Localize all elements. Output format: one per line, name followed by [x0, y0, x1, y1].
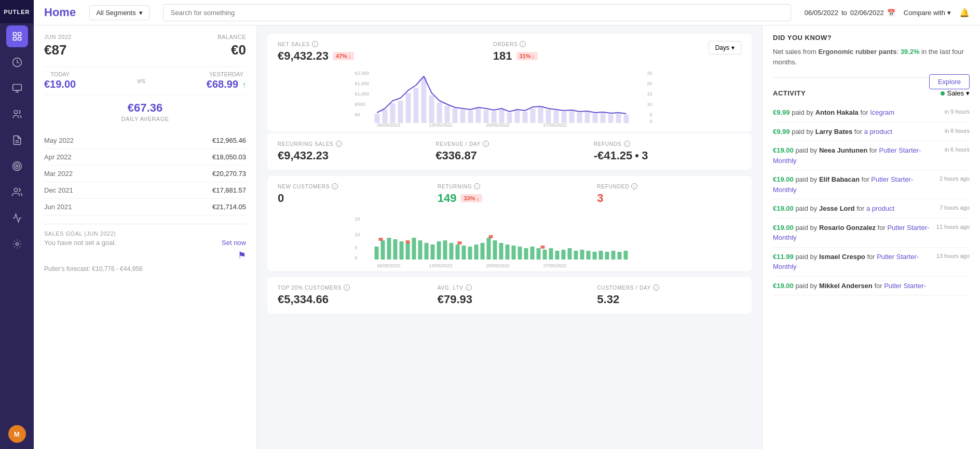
refunded-block: REFUNDED i 3	[597, 183, 741, 205]
svg-rect-86	[499, 243, 503, 260]
explore-button[interactable]: Explore	[929, 74, 970, 89]
svg-rect-25	[375, 114, 380, 123]
activity-time: in 9 hours	[945, 107, 970, 116]
svg-text:15: 15	[355, 216, 360, 222]
svg-rect-108	[406, 240, 410, 243]
set-now-link[interactable]: Set now	[222, 239, 246, 247]
info-icon[interactable]: i	[483, 141, 489, 147]
info-icon[interactable]: i	[344, 284, 350, 291]
sidebar-item-home[interactable]	[6, 25, 28, 47]
svg-rect-99	[580, 250, 584, 260]
product-link[interactable]: a product	[866, 205, 894, 212]
sidebar-item-reports[interactable]	[6, 129, 28, 151]
svg-text:27/05/2022: 27/05/2022	[543, 263, 567, 268]
date-range[interactable]: 06/05/2022 to 02/06/2022 📅	[805, 9, 895, 17]
svg-rect-84	[487, 238, 491, 260]
svg-rect-50	[569, 111, 575, 123]
info-icon[interactable]: i	[474, 183, 480, 189]
svg-text:0: 0	[649, 119, 652, 124]
vs-separator: v/s	[137, 77, 145, 85]
info-icon[interactable]: i	[312, 41, 318, 47]
info-icon[interactable]: i	[332, 183, 338, 189]
svg-rect-70	[400, 241, 404, 260]
compare-with-dropdown[interactable]: Compare with ▾	[904, 9, 951, 17]
history-month: May 2022	[44, 137, 74, 144]
orders-value: 181 31%↓	[493, 49, 693, 63]
svg-rect-71	[406, 243, 410, 260]
person-name: Mikkel Andersen	[819, 282, 873, 290]
activity-amount: €19.00	[773, 205, 794, 212]
history-month: Mar 2022	[44, 170, 73, 178]
app-logo: PUTLER	[0, 0, 34, 23]
svg-point-6	[14, 111, 18, 114]
right-panel: DID YOU KNOW? Net sales from Ergonomic r…	[762, 25, 980, 449]
list-item: €19.00 paid by Mikkel Andersen for Putle…	[773, 277, 970, 296]
activity-time: 2 hours ago	[940, 174, 970, 183]
sales-goal-text: You have not set a goal.	[44, 239, 116, 247]
segments-dropdown[interactable]: All Segments ▾	[89, 5, 149, 20]
svg-rect-38	[476, 108, 481, 123]
info-icon[interactable]: i	[631, 183, 637, 189]
svg-rect-76	[437, 241, 441, 260]
returning-label: RETURNING i	[438, 183, 582, 189]
info-icon[interactable]: i	[466, 284, 472, 291]
info-icon[interactable]: i	[653, 284, 659, 291]
sidebar-item-settings[interactable]	[6, 233, 28, 255]
svg-rect-0	[13, 33, 16, 36]
sidebar-item-affiliates[interactable]	[6, 181, 28, 203]
sidebar-item-products[interactable]	[6, 77, 28, 99]
revenue-day-value: €336.87	[435, 149, 583, 162]
sales-goal-title: SALES GOAL (JUN 2022)	[44, 230, 116, 237]
days-label: Days	[715, 44, 729, 51]
sales-filter-label: Sales	[947, 89, 964, 97]
flag-icon[interactable]: ⚑	[238, 250, 246, 261]
info-icon[interactable]: i	[624, 141, 630, 147]
sidebar-item-goals[interactable]	[6, 155, 28, 177]
sales-filter[interactable]: Sales ▾	[941, 89, 970, 97]
avatar[interactable]: M	[8, 425, 26, 443]
svg-point-9	[12, 162, 21, 171]
search-input[interactable]	[163, 4, 791, 21]
svg-rect-81	[468, 247, 472, 260]
returning-value: 149 33%↓	[438, 192, 582, 205]
left-header: JUN 2022 BALANCE	[44, 34, 246, 40]
svg-rect-1	[18, 33, 21, 36]
info-icon[interactable]: i	[336, 141, 342, 147]
product-link[interactable]: a product	[864, 128, 892, 135]
svg-rect-93	[543, 250, 547, 260]
svg-point-10	[15, 164, 20, 169]
date-from: 06/05/2022	[805, 9, 838, 17]
chevron-down-icon: ▾	[139, 9, 143, 17]
svg-rect-111	[541, 246, 545, 249]
bell-icon[interactable]: 🔔	[959, 8, 970, 18]
svg-text:€2,000: €2,000	[355, 71, 370, 76]
svg-rect-2	[13, 37, 16, 40]
list-item: €19.00 paid by Neea Juntunen for Putler …	[773, 141, 970, 170]
daily-avg-label: DAILY AVERAGE	[44, 116, 246, 122]
svg-point-12	[14, 188, 18, 192]
svg-text:€0: €0	[355, 112, 360, 117]
days-chevron-icon: ▾	[731, 44, 734, 51]
sidebar-item-sales[interactable]	[6, 51, 28, 73]
product-link[interactable]: Putler Starter-	[884, 282, 926, 290]
sidebar-item-analytics[interactable]	[6, 207, 28, 229]
svg-text:15: 15	[647, 91, 652, 97]
svg-rect-54	[601, 113, 606, 123]
month-label: JUN 2022	[44, 34, 72, 40]
product-link[interactable]: Icegram	[870, 108, 894, 116]
svg-rect-104	[611, 251, 616, 260]
revenue-metrics-row: RECURRING SALES i €9,432.23 REVENUE / DA…	[267, 133, 752, 170]
days-button[interactable]: Days ▾	[709, 41, 741, 55]
sidebar-item-customers[interactable]	[6, 103, 28, 125]
activity-amount: €19.00	[773, 224, 794, 232]
svg-rect-67	[381, 240, 385, 260]
activity-amount: €9.99	[773, 128, 790, 135]
svg-rect-52	[585, 112, 590, 123]
activity-text: €11.99 paid by Ismael Crespo for Putler …	[773, 252, 932, 272]
activity-text: €19.00 paid by Elif Babacan for Putler S…	[773, 174, 935, 195]
svg-rect-37	[468, 111, 473, 123]
refunds-value: -€41.25 3	[594, 149, 741, 162]
svg-rect-110	[489, 235, 493, 238]
info-icon[interactable]: i	[520, 41, 526, 47]
top20-value: €5,334.66	[278, 293, 422, 306]
